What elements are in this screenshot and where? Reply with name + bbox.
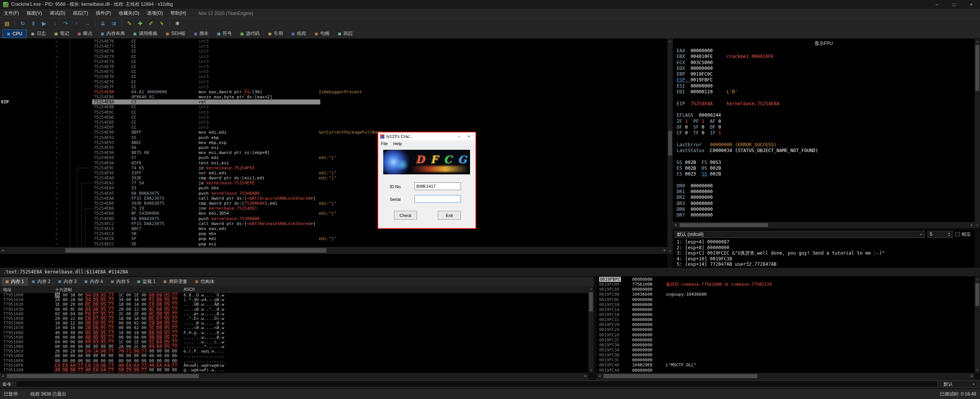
breakpoint-dot[interactable] [56, 203, 57, 204]
register-line[interactable]: DR1 00000000 [673, 189, 975, 195]
scroll-thumb[interactable] [975, 283, 979, 306]
scroll-left-icon[interactable]: ◀ [0, 373, 5, 379]
settings-button[interactable]: ✱ [172, 19, 182, 28]
step-over-button[interactable]: ↷ [61, 19, 71, 28]
disasm-row[interactable]: 75254E8BCCint3 [0, 104, 667, 109]
register-line[interactable]: EIP 75254E8A kernelbase.75254E8A [673, 101, 975, 107]
tab-dump-4[interactable]: ▦内存 4 [81, 277, 107, 286]
stack-row[interactable]: 0019FC1000000000 [597, 302, 975, 307]
breakpoint-dot[interactable] [56, 71, 57, 73]
tab-log[interactable]: ▦日志 [27, 30, 50, 38]
stack-row[interactable]: 0019FC1C00000000 [597, 317, 975, 322]
breakpoint-dot[interactable] [56, 177, 57, 179]
run-button[interactable]: ▶ [39, 19, 49, 28]
menu-item[interactable]: 跟踪(T) [69, 9, 92, 18]
scroll-thumb[interactable] [668, 131, 672, 156]
breakpoint-dot[interactable] [56, 81, 57, 83]
disasm-row[interactable]: 75254E968B75 08mov esi,dword ptr ss:[ebp… [0, 150, 667, 155]
disasm-row[interactable]: EIP75254E8AC3ret [0, 99, 667, 104]
menu-item[interactable]: 插件(P) [92, 9, 115, 18]
disasm-row[interactable]: 75254E908BFFmov edi,ediGetCurrentPackage… [0, 130, 667, 135]
register-line[interactable] [673, 154, 975, 159]
tab-notes[interactable]: ▦笔记 [50, 30, 73, 38]
breakpoint-dot[interactable] [56, 101, 57, 103]
command-profile-select[interactable]: 默认 ▼ [941, 381, 978, 387]
stack-row[interactable]: 0019FC40104B29E8L"MSCTF.DLL" [597, 363, 975, 368]
tab-threads[interactable]: ▦线程 [287, 30, 311, 38]
breakpoint-dot[interactable] [56, 218, 57, 220]
register-line[interactable]: DR6 00000000 [673, 207, 975, 212]
breakpoint-dot[interactable] [56, 157, 57, 159]
menu-item[interactable]: 收藏夹(O) [115, 9, 143, 18]
argument-row[interactable]: 4: [esp+10] 0019FC38 [673, 256, 975, 262]
dump-row[interactable]: 7795107014 00 16 00 28 D8 95 77 00 00 02… [0, 326, 588, 330]
scroll-thumb[interactable] [604, 374, 757, 378]
register-line[interactable]: ESI 00000000 [673, 83, 975, 89]
disasm-row[interactable]: 75254E79CCint3 [0, 54, 667, 59]
disasm-row[interactable]: 75254E9957push ediedi:"j" [0, 155, 667, 160]
argument-row[interactable]: 3: [esp+C] 0019FCEC &"U真厉害.well done, yo… [673, 250, 975, 256]
register-line[interactable]: EAX 00000000 [673, 48, 975, 54]
stack-row[interactable]: 0019FC2C00000000 [597, 338, 975, 343]
register-line[interactable] [673, 177, 975, 183]
tab-script[interactable]: ▦脚本 [190, 30, 213, 38]
disasm-row[interactable]: 75254E7BCCint3 [0, 64, 667, 69]
assemble-button[interactable]: ✎ [124, 19, 134, 28]
disasm-row[interactable]: 75254E860FB640 02movzx eax,byte ptr ds:[… [0, 94, 667, 99]
disasm-hscrollbar[interactable]: ◀ ▶ [0, 247, 667, 254]
show-fpu-button[interactable]: 显示FPU [810, 40, 838, 47]
registers-pane[interactable]: 显示FPU EAX 00000000EBX 004010FE crackme1.… [673, 39, 975, 228]
arg-count-spinner[interactable]: 5 ▲▼ [927, 231, 953, 238]
breakpoint-dot[interactable] [56, 208, 57, 209]
register-line[interactable]: CS 0023 SS 002B [673, 171, 975, 177]
breakpoint-dot[interactable] [56, 147, 57, 149]
register-line[interactable]: OF 0 SF 0 DF 0 [673, 124, 975, 130]
exit-button[interactable]: Exit [438, 211, 461, 220]
stack-row[interactable]: 0019FC4400000000 [597, 368, 975, 373]
breakpoint-dot[interactable] [56, 187, 57, 189]
disasm-row[interactable]: 75254E7CCCint3 [0, 69, 667, 74]
stack-row[interactable]: 0019FC3000000000 [597, 343, 975, 348]
disasm-row[interactable]: 75254E9A85F6test esi,esi [0, 161, 667, 166]
crackme-close-button[interactable]: × [464, 133, 473, 139]
breakpoint-dot[interactable] [56, 76, 57, 78]
disasm-row[interactable]: 75254ECB5Fpop ediedi:"j" [0, 236, 667, 241]
register-line[interactable]: EDI 00000110 L'Đ' [673, 89, 975, 95]
comment-button[interactable]: ✐ [146, 19, 156, 28]
stack-row[interactable]: 0019FC007756100B返回到 combase.7756100B 自 c… [597, 282, 975, 287]
breakpoint-dot[interactable] [56, 46, 57, 47]
dump-pane[interactable]: 地址 十六进制 ASCII 7795100036 00 38 00 94 D9 … [0, 286, 588, 373]
stack-row[interactable]: 0019FC0C00000000 [597, 297, 975, 302]
step-into-button[interactable]: ↓ [50, 19, 60, 28]
register-line[interactable] [673, 95, 975, 101]
breakpoint-dot[interactable] [56, 198, 57, 199]
breakpoint-dot[interactable] [56, 142, 57, 144]
breakpoint-dot[interactable] [56, 182, 57, 184]
disasm-row[interactable]: 75254EC2FF15 D8A23075call dword ptr ds:[… [0, 221, 667, 226]
disasm-row[interactable]: 75254E9556push esi [0, 145, 667, 150]
breakpoint-dot[interactable] [56, 122, 57, 123]
register-line[interactable]: LastStatus C0000034 (STATUS_OBJECT_NAME_… [673, 148, 975, 154]
tab-dump-5[interactable]: ▦内存 5 [107, 277, 133, 286]
breakpoint-dot[interactable] [56, 162, 57, 164]
trace-over-button[interactable]: ⇉ [109, 19, 119, 28]
scroll-right-icon[interactable]: ▶ [969, 222, 975, 228]
tab-memory-map[interactable]: ▦内存布局 [96, 30, 129, 38]
disasm-row[interactable]: 75254E938BECmov ebp,esp [0, 140, 667, 145]
serial-input[interactable] [414, 195, 461, 203]
dump-row[interactable]: 7795108046 00 48 00 40 8D 95 77 16 00 18… [0, 331, 588, 335]
scroll-thumb[interactable] [680, 223, 768, 227]
register-line[interactable]: DR0 00000000 [673, 183, 975, 189]
scroll-down-icon[interactable]: ▼ [588, 368, 594, 373]
dump-row[interactable]: 779510201E 00 20 00 DC D8 95 77 18 00 1A… [0, 302, 588, 307]
register-line[interactable]: EBX 004010FE crackme1.004010FE [673, 54, 975, 60]
scroll-up-icon[interactable]: ▲ [975, 277, 980, 282]
disasm-row[interactable]: 75254EA453push ebx [0, 185, 667, 190]
menu-item[interactable]: 选项(O) [143, 9, 167, 18]
crackme-title-bar[interactable]: ty123's Crac... – × [378, 132, 475, 140]
breakpoint-dot[interactable] [56, 112, 57, 113]
scroll-right-icon[interactable]: ▶ [969, 373, 975, 379]
disasm-row[interactable]: 75254EBD68 B08A3075push kernelbase.75308… [0, 216, 667, 221]
stack-row[interactable]: 0019FC2000000000 [597, 322, 975, 327]
disasm-row[interactable]: 75254EA568 B08A3075push kernelbase.75308… [0, 191, 667, 196]
